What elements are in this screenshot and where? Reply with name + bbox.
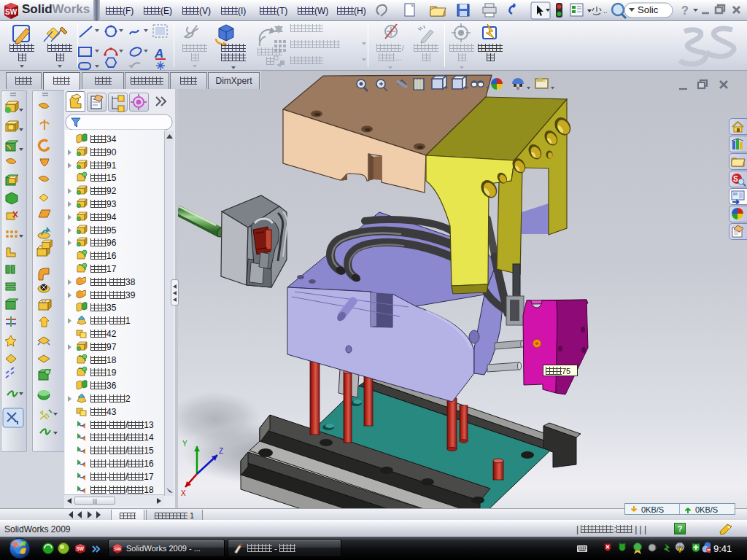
svg-text:SW: SW <box>114 546 121 551</box>
svg-text:?: ? <box>681 4 689 17</box>
svg-text:Solic: Solic <box>638 4 659 15</box>
svg-text:S: S <box>733 175 738 183</box>
svg-text:X: X <box>181 489 186 497</box>
svg-text:SW: SW <box>77 546 85 551</box>
svg-text:..: .. <box>603 7 608 15</box>
svg-text:Y: Y <box>182 440 187 448</box>
svg-text:SW: SW <box>5 8 18 16</box>
svg-text:Z: Z <box>219 447 223 455</box>
